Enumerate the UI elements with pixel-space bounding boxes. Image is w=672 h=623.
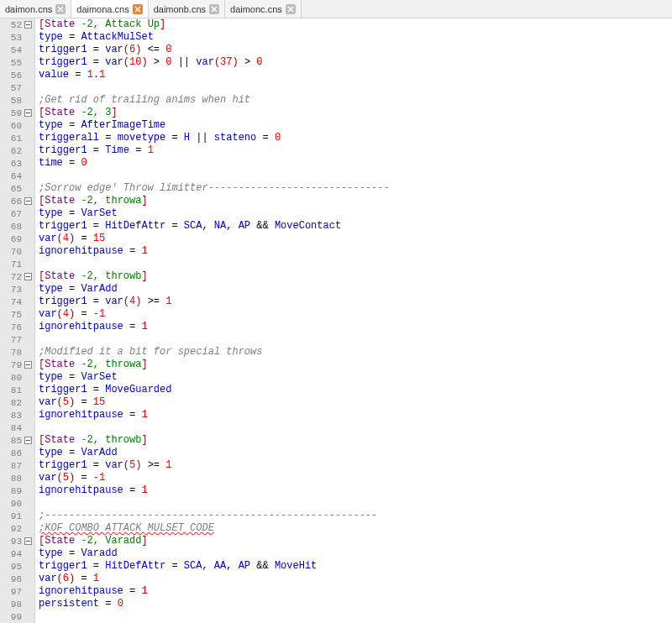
code-line[interactable]: ignorehitpause = 1 [39,484,672,497]
code-line[interactable] [39,497,672,510]
fold-spacer [24,373,33,382]
gutter-row: 85 [0,434,34,447]
tab-label: daimonb.cns [154,4,206,14]
code-area[interactable]: [State -2, Attack Up]type = AttackMulSet… [35,18,672,623]
fold-spacer [24,486,33,495]
code-line[interactable]: [State -2, Varadd] [39,535,672,547]
code-line[interactable]: ;Modified it a bit for special throws [39,346,672,359]
code-line[interactable] [39,610,672,623]
code-line[interactable]: triggerall = movetype = H || stateno = 0 [39,132,672,144]
line-number: 58 [2,96,22,106]
line-number: 53 [2,33,22,43]
code-line[interactable] [39,258,672,270]
code-line[interactable]: type = VarSet [39,371,672,384]
fold-toggle-icon[interactable] [24,272,33,281]
fold-spacer [24,411,33,420]
code-line[interactable]: time = 0 [39,157,672,170]
gutter-row: 71 [0,258,34,270]
fold-toggle-icon[interactable] [24,108,33,118]
fold-toggle-icon[interactable] [24,20,33,29]
gutter-row: 88 [0,472,34,484]
fold-toggle-icon[interactable] [24,436,33,445]
tab-daimona-cns[interactable]: daimona.cns [71,0,148,18]
code-line[interactable]: trigger1 = HitDefAttr = SCA, AA, AP && M… [39,560,672,573]
gutter-row: 86 [0,447,34,459]
fold-spacer [24,322,33,332]
fold-spacer [24,159,33,168]
code-line[interactable]: type = VarSet [39,207,672,220]
code-line[interactable]: trigger1 = var(6) <= 0 [39,44,672,56]
close-icon[interactable] [209,4,219,14]
line-number: 90 [2,499,22,509]
code-line[interactable]: value = 1.1 [39,69,672,81]
line-number: 55 [2,58,22,68]
code-line[interactable]: ignorehitpause = 1 [39,585,672,598]
code-line[interactable]: ;Sorrow edge' Throw limitter------------… [39,182,672,195]
code-line[interactable]: ;---------------------------------------… [39,510,672,522]
fold-spacer [24,587,33,596]
code-line[interactable]: var(5) = -1 [39,472,672,484]
code-line[interactable]: trigger1 = var(10) > 0 || var(37) > 0 [39,56,672,69]
line-number: 75 [2,310,22,320]
gutter-row: 55 [0,56,34,69]
code-line[interactable]: type = AttackMulSet [39,31,672,44]
code-line[interactable] [39,333,672,346]
code-line[interactable]: type = VarAdd [39,283,672,296]
code-line[interactable]: [State -2, 3] [39,107,672,119]
fold-toggle-icon[interactable] [24,196,33,206]
line-number: 64 [2,171,22,181]
code-line[interactable]: type = Varadd [39,547,672,560]
code-line[interactable]: persistent = 0 [39,598,672,610]
tab-daimonc-cns[interactable]: daimonc.cns [225,0,302,18]
code-line[interactable]: trigger1 = Time = 1 [39,144,672,157]
close-icon[interactable] [55,4,66,14]
line-number: 62 [2,146,22,156]
fold-spacer [24,222,33,231]
code-line[interactable]: var(6) = 1 [39,573,672,585]
close-icon[interactable] [286,4,296,14]
fold-toggle-icon[interactable] [24,537,33,546]
code-line[interactable]: trigger1 = var(4) >= 1 [39,296,672,308]
code-line[interactable]: ignorehitpause = 1 [39,409,672,421]
code-line[interactable] [39,421,672,434]
gutter-row: 58 [0,94,34,107]
fold-spacer [24,335,33,344]
gutter-row: 54 [0,44,34,56]
code-line[interactable]: trigger1 = var(5) >= 1 [39,459,672,472]
code-line[interactable]: type = AfterImageTime [39,119,672,132]
code-line[interactable]: var(4) = -1 [39,308,672,321]
gutter-row: 68 [0,220,34,233]
code-line[interactable]: var(5) = 15 [39,396,672,409]
gutter-row: 64 [0,170,34,182]
line-number: 73 [2,285,22,295]
tab-daimonb-cns[interactable]: daimonb.cns [149,0,225,18]
code-line[interactable]: trigger1 = HitDefAttr = SCA, NA, AP && M… [39,220,672,233]
tab-daimon-cns[interactable]: daimon.cns [0,0,71,18]
line-number: 56 [2,71,22,81]
gutter-row: 69 [0,233,34,245]
code-line[interactable]: ignorehitpause = 1 [39,245,672,258]
code-line[interactable]: [State -2, throwb] [39,270,672,283]
code-line[interactable]: type = VarAdd [39,447,672,459]
line-number: 97 [2,587,22,597]
code-line[interactable]: [State -2, throwb] [39,434,672,447]
code-line[interactable]: ;Get rid of trailing anims when hit [39,94,672,107]
fold-spacer [24,310,33,319]
code-line[interactable]: ;KOF COMBO ATTACK MULSET CODE [39,522,672,535]
code-line[interactable]: var(4) = 15 [39,233,672,245]
line-number: 83 [2,411,22,421]
close-icon[interactable] [133,4,143,14]
fold-spacer [24,96,33,105]
line-number: 66 [2,196,22,207]
code-line[interactable]: trigger1 = MoveGuarded [39,384,672,396]
code-line[interactable]: [State -2, throwa] [39,359,672,371]
code-line[interactable]: ignorehitpause = 1 [39,321,672,333]
code-line[interactable] [39,81,672,94]
line-number: 86 [2,448,22,458]
code-line[interactable]: [State -2, Attack Up] [39,18,672,31]
fold-toggle-icon[interactable] [24,360,33,369]
fold-spacer [24,562,33,571]
code-line[interactable]: [State -2, throwa] [39,195,672,207]
gutter-row: 87 [0,459,34,472]
code-line[interactable] [39,170,672,182]
